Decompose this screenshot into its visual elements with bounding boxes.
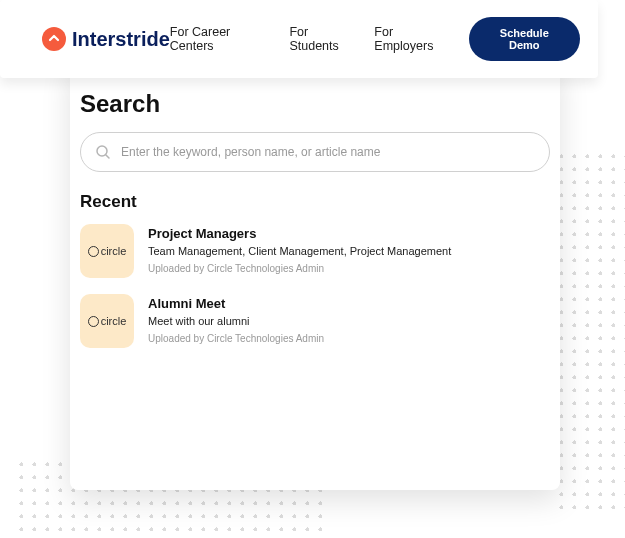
recent-item-body: Alumni Meet Meet with our alumni Uploade…	[148, 294, 324, 348]
nav-link-career-centers[interactable]: For Career Centers	[170, 25, 274, 53]
nav-link-employers[interactable]: For Employers	[374, 25, 452, 53]
brand-logo[interactable]: Interstride	[42, 27, 170, 51]
nav-link-students[interactable]: For Students	[289, 25, 358, 53]
search-icon	[95, 144, 111, 160]
svg-line-1	[106, 155, 109, 158]
recent-item-subtitle: Meet with our alumni	[148, 315, 324, 327]
decorative-dots-right	[555, 150, 625, 510]
thumb-label: circle	[101, 315, 127, 327]
recent-item-meta: Uploaded by Circle Technologies Admin	[148, 333, 324, 344]
recent-item-meta: Uploaded by Circle Technologies Admin	[148, 263, 451, 274]
logo-mark-icon	[42, 27, 66, 51]
recent-item-title: Project Managers	[148, 226, 451, 241]
search-panel: Search Recent circle Project Managers Te…	[70, 60, 560, 490]
recent-heading: Recent	[80, 192, 550, 212]
recent-item-subtitle: Team Management, Client Management, Proj…	[148, 245, 451, 257]
schedule-demo-button[interactable]: Schedule Demo	[469, 17, 580, 61]
search-heading: Search	[80, 90, 550, 118]
recent-item[interactable]: circle Project Managers Team Management,…	[80, 224, 550, 278]
circle-icon	[88, 316, 99, 327]
brand-name: Interstride	[72, 28, 170, 51]
recent-item-body: Project Managers Team Management, Client…	[148, 224, 451, 278]
primary-nav: For Career Centers For Students For Empl…	[170, 17, 580, 61]
site-header: Interstride For Career Centers For Stude…	[0, 0, 598, 78]
circle-icon	[88, 246, 99, 257]
recent-item-title: Alumni Meet	[148, 296, 324, 311]
search-box[interactable]	[80, 132, 550, 172]
search-input[interactable]	[121, 145, 535, 159]
recent-thumb: circle	[80, 294, 134, 348]
recent-item[interactable]: circle Alumni Meet Meet with our alumni …	[80, 294, 550, 348]
thumb-label: circle	[101, 245, 127, 257]
recent-thumb: circle	[80, 224, 134, 278]
